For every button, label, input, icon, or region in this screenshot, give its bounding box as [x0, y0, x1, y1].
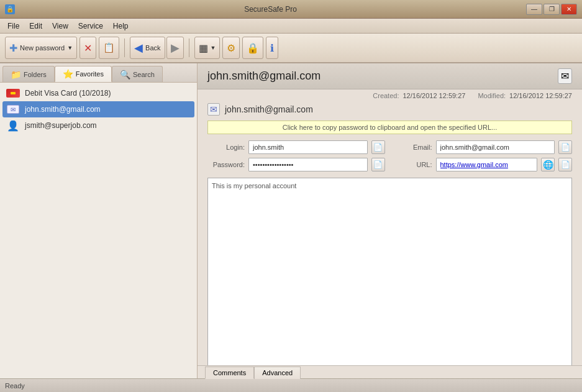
sidebar: 📁 Folders ⭐ Favorites 🔍 Search Debit Vis…	[0, 63, 198, 378]
info-button[interactable]: ℹ	[266, 37, 278, 59]
delete-button[interactable]: ✕	[80, 37, 96, 59]
browse-url-button[interactable]: 🌐	[541, 158, 555, 171]
comments-text: This is my personal account	[212, 182, 296, 189]
nav-group: ◀ Back ▶	[130, 37, 183, 59]
email-icon: ✉	[6, 104, 20, 114]
list-item-john-gmail[interactable]: ✉ john.smith@gmail.com	[2, 101, 194, 117]
forward-button[interactable]: ▶	[166, 37, 184, 59]
tab-comments-label: Comments	[213, 369, 246, 376]
back-arrow-icon: ◀	[134, 41, 143, 55]
main-area: 📁 Folders ⭐ Favorites 🔍 Search Debit Vis…	[0, 63, 582, 378]
password-input[interactable]	[248, 158, 368, 171]
clipboard-bar[interactable]: Click here to copy password to clipboard…	[207, 121, 572, 134]
back-label: Back	[145, 44, 160, 52]
tab-search-label: Search	[133, 71, 155, 78]
tab-advanced[interactable]: Advanced	[254, 367, 301, 379]
created-label: Created:	[373, 92, 399, 99]
entry-name: john.smith@gmail.com	[225, 104, 313, 114]
new-password-label: New password	[20, 44, 65, 52]
menu-service[interactable]: Service	[73, 21, 108, 32]
window-title: SecureSafe Pro	[15, 5, 526, 14]
url-input[interactable]	[436, 158, 538, 171]
email-input[interactable]	[436, 140, 555, 154]
status-text: Ready	[5, 382, 25, 390]
login-field-row: Login: 📄	[207, 140, 385, 154]
tab-search[interactable]: 🔍 Search	[112, 66, 163, 82]
url-label: URL:	[395, 161, 432, 168]
delete-icon: ✕	[84, 42, 92, 54]
view-button[interactable]: ▦ ▼	[194, 37, 221, 59]
email-field-row: Email: 📄	[395, 140, 573, 154]
star-icon: ⭐	[63, 69, 73, 79]
restore-button[interactable]: ❐	[543, 4, 560, 15]
window-controls: — ❐ ✕	[526, 4, 577, 15]
new-password-button[interactable]: ✚ New password ▼	[5, 37, 77, 59]
status-bar: Ready	[0, 378, 582, 392]
password-label: Password:	[207, 161, 245, 168]
email-label: Email:	[395, 144, 432, 151]
toolbar-separator-2	[189, 39, 189, 57]
folder-icon: 📁	[11, 70, 21, 80]
search-icon: 🔍	[120, 70, 130, 80]
content-area: john.smith@gmail.com ✉ Created: 12/16/20…	[198, 63, 582, 378]
tab-folders-label: Folders	[24, 71, 47, 78]
fields-grid: Login: 📄 Email: 📄 Password: 📄	[198, 137, 582, 175]
menu-help[interactable]: Help	[108, 21, 134, 32]
created-info: Created: 12/16/2012 12:59:27	[373, 92, 465, 99]
back-button[interactable]: ◀ Back	[130, 37, 165, 59]
card-icon	[6, 88, 20, 98]
modified-info: Modified: 12/16/2012 12:59:27	[478, 92, 572, 99]
menu-view[interactable]: View	[47, 21, 73, 32]
menu-edit[interactable]: Edit	[24, 21, 47, 32]
view-icon: ▦	[199, 42, 208, 54]
tab-folders[interactable]: 📁 Folders	[2, 66, 55, 82]
lock-icon: 🔒	[247, 42, 259, 54]
copy-login-button[interactable]: 📄	[371, 140, 385, 154]
modified-label: Modified:	[478, 92, 506, 99]
copy-password-button[interactable]: 📄	[371, 158, 385, 171]
login-input[interactable]	[248, 140, 368, 154]
forward-arrow-icon: ▶	[171, 41, 180, 55]
bottom-tabs: Comments Advanced	[198, 365, 582, 378]
list-item-debit-visa[interactable]: Debit Visa Card (10/2018)	[2, 85, 194, 101]
tab-comments[interactable]: Comments	[205, 367, 254, 379]
lock-button[interactable]: 🔒	[242, 37, 263, 59]
plus-icon: ✚	[9, 42, 17, 54]
copy-email-button[interactable]: 📄	[558, 140, 572, 154]
tab-favorites[interactable]: ⭐ Favorites	[55, 66, 112, 82]
url-field-row: URL: 🌐 📄	[395, 158, 573, 171]
minimize-button[interactable]: —	[526, 4, 542, 15]
metadata-row: Created: 12/16/2012 12:59:27 Modified: 1…	[198, 89, 582, 101]
gear-icon: ⚙	[227, 42, 235, 54]
tab-advanced-label: Advanced	[262, 369, 293, 376]
copy-button[interactable]: 📋	[99, 37, 119, 59]
tab-favorites-label: Favorites	[76, 70, 104, 78]
page-title: john.smith@gmail.com	[207, 70, 321, 83]
header-email-icon: ✉	[558, 68, 572, 84]
item-label-john-gmail: john.smith@gmail.com	[25, 105, 101, 114]
sidebar-tabs: 📁 Folders ⭐ Favorites 🔍 Search	[0, 63, 197, 83]
content-body: Created: 12/16/2012 12:59:27 Modified: 1…	[198, 89, 582, 378]
title-bar: 🔒 SecureSafe Pro — ❐ ✕	[0, 0, 582, 19]
item-label-jsmith-superjob: jsmith@superjob.com	[25, 121, 97, 130]
modified-value: 12/16/2012 12:59:27	[509, 92, 572, 99]
toolbar-separator-1	[124, 39, 125, 57]
entry-header: ✉ john.smith@gmail.com	[198, 101, 582, 118]
toolbar: ✚ New password ▼ ✕ 📋 ◀ Back ▶ ▦ ▼ ⚙ 🔒 ℹ	[0, 34, 582, 63]
dropdown-arrow-icon: ▼	[67, 45, 73, 51]
sidebar-list: Debit Visa Card (10/2018) ✉ john.smith@g…	[0, 83, 197, 378]
settings-button[interactable]: ⚙	[222, 37, 240, 59]
info-icon: ℹ	[270, 42, 274, 54]
created-value: 12/16/2012 12:59:27	[402, 92, 465, 99]
content-header: john.smith@gmail.com ✉	[198, 63, 582, 89]
list-item-jsmith-superjob[interactable]: 👤 jsmith@superjob.com	[2, 117, 194, 134]
view-dropdown-icon: ▼	[211, 45, 216, 51]
copy-icon: 📋	[103, 42, 115, 53]
close-button[interactable]: ✕	[561, 4, 577, 15]
login-label: Login:	[207, 144, 245, 151]
app-icon: 🔒	[5, 4, 15, 14]
user-icon: 👤	[6, 121, 20, 130]
menu-file[interactable]: File	[2, 21, 24, 32]
copy-url-button[interactable]: 📄	[558, 158, 572, 171]
entry-email-icon: ✉	[207, 103, 220, 116]
